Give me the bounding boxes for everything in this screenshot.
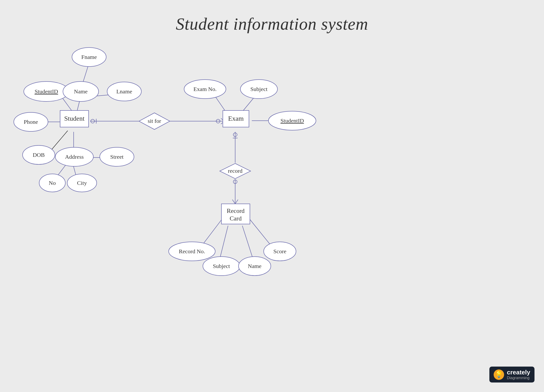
student-id-left-label: StudentID bbox=[35, 88, 58, 95]
record-card-label: Record bbox=[227, 208, 244, 214]
creately-bulb-icon: 💡 bbox=[494, 369, 504, 380]
creately-sub: Diagramming bbox=[507, 376, 530, 380]
creately-badge: 💡 creately Diagramming bbox=[489, 367, 534, 382]
address-label: Address bbox=[65, 154, 84, 160]
lname-label: Lname bbox=[116, 88, 132, 95]
phone-label: Phone bbox=[24, 119, 38, 125]
record-no-label: Record No. bbox=[179, 248, 205, 255]
exam-label: Exam bbox=[228, 115, 244, 122]
score-label: Score bbox=[273, 248, 286, 255]
svg-line-32 bbox=[220, 226, 228, 259]
subject-rc-label: Subject bbox=[213, 263, 230, 269]
record-card-label2: Card bbox=[230, 215, 242, 222]
diagram-canvas: Student Exam Record Card sit for record … bbox=[0, 0, 544, 392]
sit-for-label: sit for bbox=[148, 118, 161, 124]
no-label: No bbox=[49, 180, 56, 186]
dob-label: DOB bbox=[33, 152, 45, 158]
student-label: Student bbox=[64, 115, 85, 122]
svg-line-33 bbox=[242, 226, 253, 259]
svg-line-31 bbox=[201, 217, 223, 247]
record-label: record bbox=[228, 168, 242, 174]
student-id-right-label: StudentID bbox=[281, 118, 304, 124]
svg-line-28 bbox=[232, 200, 235, 204]
creately-name: creately bbox=[507, 369, 530, 376]
fname-label: Fname bbox=[81, 54, 97, 60]
name-rc-label: Name bbox=[248, 263, 261, 269]
name-label: Name bbox=[74, 88, 87, 95]
exam-no-label: Exam No. bbox=[193, 86, 216, 92]
subject-exam-label: Subject bbox=[250, 86, 267, 92]
svg-line-34 bbox=[248, 217, 273, 248]
svg-line-29 bbox=[235, 200, 238, 204]
street-label: Street bbox=[110, 154, 124, 160]
city-label: City bbox=[77, 180, 87, 186]
